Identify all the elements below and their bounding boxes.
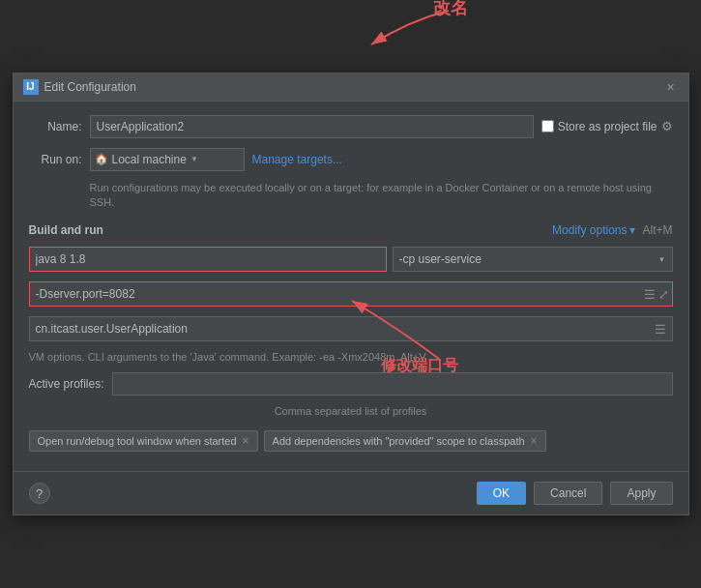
- name-row: Name: Store as project file ⚙: [29, 115, 673, 138]
- manage-targets-link[interactable]: Manage targets...: [252, 153, 342, 166]
- tags-row: Open run/debug tool window when started …: [29, 430, 673, 452]
- name-label: Name:: [29, 120, 82, 133]
- house-icon: 🏠: [95, 153, 108, 165]
- ok-button[interactable]: OK: [477, 482, 526, 505]
- dropdown-arrow-icon: ▼: [190, 155, 198, 163]
- rename-annotation: 改名: [352, 1, 468, 72]
- edit-configuration-dialog: IJ Edit Configuration × Name: Store as p…: [13, 73, 689, 516]
- build-run-section-header: Build and run Modify options ▾ Alt+M: [29, 223, 673, 237]
- main-class-row[interactable]: cn.itcast.user.UserApplication ☰: [29, 316, 673, 341]
- dialog-title: Edit Configuration: [44, 80, 136, 94]
- active-profiles-input[interactable]: [112, 372, 673, 396]
- run-on-dropdown[interactable]: 🏠 Local machine ▼: [90, 148, 245, 171]
- help-button[interactable]: ?: [29, 483, 50, 504]
- cp-dropdown[interactable]: -cp user-service ▼: [393, 247, 673, 272]
- tag-add-dependencies-close[interactable]: ×: [531, 434, 538, 448]
- cp-dropdown-arrow-icon: ▼: [658, 255, 666, 264]
- java-cp-row: -cp user-service ▼: [29, 247, 673, 272]
- modify-options-label: Modify options: [552, 223, 627, 237]
- apply-button[interactable]: Apply: [610, 482, 672, 505]
- tag-add-dependencies-label: Add dependencies with "provided" scope t…: [273, 435, 525, 447]
- vm-options-row: ☰ ⤢: [29, 281, 673, 307]
- tag-open-run-debug-close[interactable]: ×: [243, 434, 249, 448]
- main-class-icon[interactable]: ☰: [655, 322, 666, 337]
- vm-options-input[interactable]: [29, 281, 673, 307]
- store-as-project-checkbox[interactable]: [541, 120, 554, 132]
- vm-options-expand-icon[interactable]: ⤢: [658, 287, 669, 302]
- store-as-project-row: Store as project file ⚙: [541, 119, 673, 133]
- active-profiles-label: Active profiles:: [29, 377, 104, 391]
- cp-value: -cp user-service: [399, 252, 482, 266]
- run-on-row: Run on: 🏠 Local machine ▼ Manage targets…: [29, 148, 673, 171]
- title-bar: IJ Edit Configuration ×: [14, 74, 688, 102]
- modify-options-shortcut: Alt+M: [642, 223, 672, 237]
- close-button[interactable]: ×: [663, 79, 679, 95]
- run-on-label: Run on:: [29, 153, 82, 166]
- rename-text: 改名: [433, 0, 468, 19]
- profiles-hint: Comma separated list of profiles: [29, 405, 673, 417]
- dialog-footer: ? OK Cancel Apply: [14, 471, 688, 514]
- rename-arrow-svg: [352, 1, 468, 69]
- java-input-wrapper: [29, 247, 387, 272]
- app-icon: IJ: [23, 79, 39, 95]
- vm-options-lines-icon[interactable]: ☰: [644, 287, 656, 302]
- title-bar-left: IJ Edit Configuration: [23, 79, 136, 95]
- tag-open-run-debug-label: Open run/debug tool window when started: [38, 435, 237, 447]
- modify-options-chevron: ▾: [629, 223, 635, 237]
- cancel-button[interactable]: Cancel: [534, 482, 602, 505]
- vm-options-icons: ☰ ⤢: [644, 287, 669, 302]
- tag-add-dependencies: Add dependencies with "provided" scope t…: [264, 430, 546, 452]
- name-input[interactable]: [90, 115, 534, 138]
- gear-icon[interactable]: ⚙: [661, 119, 673, 133]
- modify-options-link[interactable]: Modify options ▾ Alt+M: [552, 223, 672, 237]
- run-on-value: Local machine: [112, 153, 187, 166]
- run-on-description: Run configurations may be executed local…: [90, 181, 673, 211]
- store-as-project-label: Store as project file: [558, 120, 657, 133]
- build-run-title: Build and run: [29, 223, 103, 237]
- dialog-body: Name: Store as project file ⚙ Run on: 🏠 …: [14, 102, 688, 466]
- main-class-value: cn.itcast.user.UserApplication: [36, 322, 188, 336]
- active-profiles-row: Active profiles:: [29, 372, 673, 396]
- footer-buttons: OK Cancel Apply: [477, 482, 673, 505]
- vm-options-hint: VM options. CLI arguments to the 'Java' …: [29, 351, 673, 363]
- tag-open-run-debug: Open run/debug tool window when started …: [29, 430, 258, 452]
- java-input[interactable]: [29, 247, 387, 272]
